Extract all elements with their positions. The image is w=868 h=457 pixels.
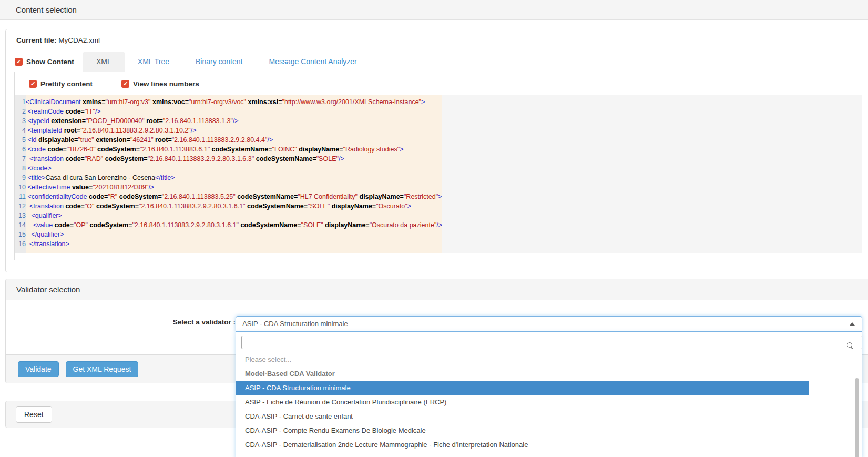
current-file: Current file: MyCDA2.xml [16, 36, 868, 44]
reset-button[interactable]: Reset [16, 406, 52, 423]
code-line: 11 <confidentialityCode code="R" codeSys… [15, 192, 442, 201]
code-line: 14 <value code="OP" codeSystem="2.16.840… [15, 220, 442, 230]
dropdown-group-label: Model-Based CDA Validator [236, 367, 862, 381]
code-line: 12 <translation code="O" codeSystem="2.1… [15, 201, 442, 211]
line-content: <realmCode code="IT"/> [26, 107, 442, 116]
content-panel: Current file: MyCDA2.xml Show Content XM… [5, 29, 868, 272]
line-number: 4 [15, 126, 26, 135]
line-number: 13 [15, 211, 26, 220]
line-number: 14 [15, 220, 26, 230]
content-tabs: XMLXML TreeBinary contentMessage Content… [83, 52, 370, 72]
line-number: 12 [15, 201, 26, 211]
line-number: 10 [15, 182, 26, 192]
validator-dropdown: Please select...Model-Based CDA Validato… [236, 332, 862, 457]
line-content: <value code="OP" codeSystem="2.16.840.1.… [26, 220, 442, 230]
validator-select: ASIP - CDA Structuration minimale Please… [236, 316, 862, 457]
line-content: <qualifier> [26, 211, 442, 220]
dropdown-option[interactable]: ASIP - CDA Structuration minimale [236, 381, 809, 395]
line-content: </code> [26, 164, 442, 173]
page-title: Content selection [16, 5, 77, 14]
prettify-label: Prettify content [40, 80, 93, 88]
code-line: 15 </qualifier> [15, 230, 442, 239]
code-scroll-area[interactable]: 1<ClinicalDocument xmlns="urn:hl7-org:v3… [15, 95, 862, 253]
line-number: 2 [15, 107, 26, 116]
dropdown-scrollbar-thumb[interactable] [855, 378, 859, 457]
line-number: 16 [15, 239, 26, 253]
show-content-label: Show Content [26, 58, 74, 66]
code-line: 16 </translation> [15, 239, 442, 253]
code-line: 3 <typeId extension="POCD_HD000040" root… [15, 116, 442, 126]
validator-options-list: Please select...Model-Based CDA Validato… [236, 352, 862, 452]
xml-content-box: Prettify content View lines numbers 1<Cl… [14, 72, 862, 260]
prettify-checkbox[interactable] [29, 80, 37, 88]
line-content: <effectiveTime value="20210818124309"/> [26, 182, 442, 192]
line-content: <title>Casa di cura San Lorenzino - Cese… [26, 173, 442, 182]
tab-message-content-analyzer[interactable]: Message Content Analyzer [256, 52, 370, 72]
line-content: <code code="18726-0" codeSystem="2.16.84… [26, 145, 442, 154]
line-content: <ClinicalDocument xmlns="urn:hl7-org:v3"… [26, 95, 442, 107]
code-line: 9 <title>Casa di cura San Lorenzino - Ce… [15, 173, 442, 182]
dropdown-option[interactable]: CDA-ASIP - Dematerialisation 2nde Lectur… [236, 438, 862, 452]
code-line: 13 <qualifier> [15, 211, 442, 220]
line-number: 1 [15, 95, 26, 107]
line-number: 6 [15, 145, 26, 154]
show-content-checkbox[interactable] [15, 58, 23, 66]
get-xml-request-button[interactable]: Get XML Request [66, 361, 139, 377]
dropdown-option[interactable]: CDA-ASIP - Compte Rendu Examens De Biolo… [236, 423, 862, 438]
line-number: 9 [15, 173, 26, 182]
line-content: <confidentialityCode code="R" codeSystem… [26, 192, 442, 201]
view-lines-label: View lines numbers [133, 80, 199, 88]
line-number: 15 [15, 230, 26, 239]
chevron-up-icon [850, 322, 855, 326]
validator-panel-title: Validator selection [16, 285, 80, 294]
validator-panel-header: Validator selection [6, 279, 868, 300]
line-content: <translation code="O" codeSystem="2.16.8… [26, 201, 442, 211]
show-content-group: Show Content [15, 52, 83, 72]
line-content: </qualifier> [26, 230, 442, 239]
dropdown-placeholder-option[interactable]: Please select... [236, 352, 862, 367]
code-line: 1<ClinicalDocument xmlns="urn:hl7-org:v3… [15, 95, 442, 107]
line-number: 8 [15, 164, 26, 173]
code-options-row: Prettify content View lines numbers [15, 72, 862, 95]
code-line: 2 <realmCode code="IT"/> [15, 107, 442, 116]
tab-xml[interactable]: XML [83, 52, 125, 72]
line-content: <id displayable="true" extension="46241"… [26, 135, 442, 145]
code-line: 5 <id displayable="true" extension="4624… [15, 135, 442, 145]
line-number: 7 [15, 154, 26, 164]
dropdown-option[interactable]: CDA-ASIP - Carnet de sante enfant [236, 409, 862, 423]
line-content: <translation code="RAD" codeSystem="2.16… [26, 154, 442, 164]
tab-xml-tree[interactable]: XML Tree [125, 52, 182, 72]
line-content: </translation> [26, 239, 442, 253]
validate-button[interactable]: Validate [18, 361, 59, 377]
line-number: 5 [15, 135, 26, 145]
line-content: <typeId extension="POCD_HD000040" root="… [26, 116, 442, 126]
line-content: <templateId root="2.16.840.1.113883.2.9.… [26, 126, 442, 135]
xml-code-viewer: 1<ClinicalDocument xmlns="urn:hl7-org:v3… [15, 95, 442, 253]
line-number: 3 [15, 116, 26, 126]
view-lines-checkbox[interactable] [121, 80, 129, 88]
code-line: 4 <templateId root="2.16.840.1.113883.2.… [15, 126, 442, 135]
code-line: 6 <code code="18726-0" codeSystem="2.16.… [15, 145, 442, 154]
tab-binary-content[interactable]: Binary content [182, 52, 256, 72]
code-line: 10 <effectiveTime value="20210818124309"… [15, 182, 442, 192]
validator-select-toggle[interactable]: ASIP - CDA Structuration minimale [236, 316, 862, 332]
line-number: 11 [15, 192, 26, 201]
current-file-label: Current file: [16, 36, 57, 44]
current-file-value: MyCDA2.xml [58, 36, 100, 44]
tabs-row: Show Content XMLXML TreeBinary contentMe… [6, 52, 868, 72]
dropdown-option[interactable]: ASIP - Fiche de Réunion de Concertation … [236, 395, 862, 409]
code-line: 7 <translation code="RAD" codeSystem="2.… [15, 154, 442, 164]
validator-selected-value: ASIP - CDA Structuration minimale [242, 320, 348, 328]
code-line: 8 </code> [15, 164, 442, 173]
search-icon [847, 342, 852, 348]
content-selection-header: Content selection [0, 0, 868, 20]
validator-search-wrap [236, 336, 862, 349]
select-validator-label: Select a validator : [6, 318, 236, 326]
validator-search-input[interactable] [241, 336, 862, 349]
